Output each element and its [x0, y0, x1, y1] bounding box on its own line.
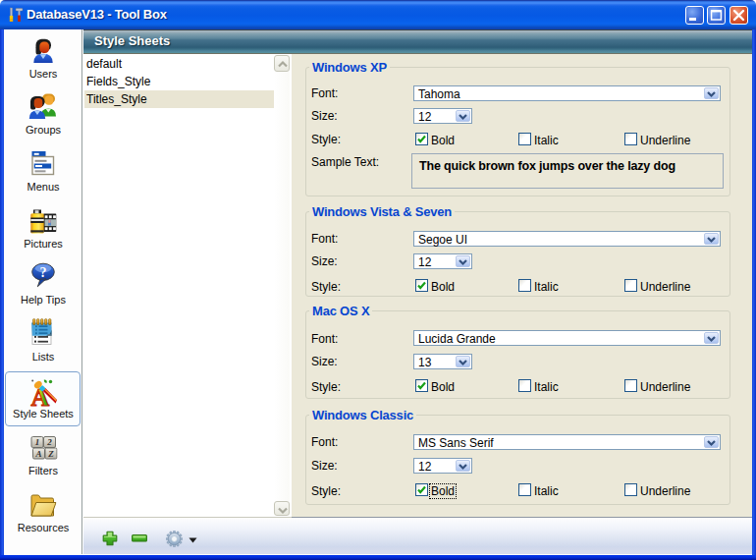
svg-text:?: ?: [40, 265, 47, 280]
svg-text:2: 2: [46, 437, 52, 447]
svg-text:Z: Z: [47, 449, 54, 459]
svg-text:1: 1: [35, 437, 40, 447]
svg-text:A: A: [34, 449, 41, 459]
